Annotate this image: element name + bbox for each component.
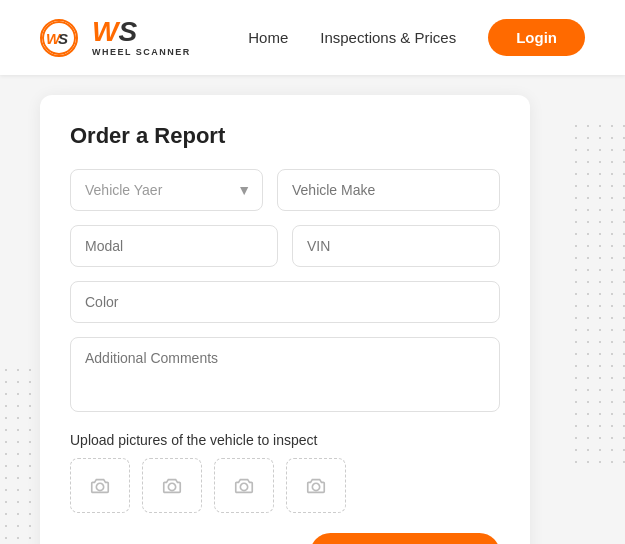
upload-box-2[interactable] bbox=[142, 458, 202, 513]
form-row-1: Vehicle Yaer ▼ bbox=[70, 169, 500, 211]
svg-point-3 bbox=[96, 483, 103, 490]
order-report-card: Order a Report Vehicle Yaer ▼ Upload pic… bbox=[40, 95, 530, 544]
camera-icon-2 bbox=[161, 475, 183, 497]
logo-icon: W S bbox=[42, 21, 76, 55]
upload-box-3[interactable] bbox=[214, 458, 274, 513]
vehicle-year-wrapper: Vehicle Yaer ▼ bbox=[70, 169, 263, 211]
nav-links: Home Inspections & Prices Login bbox=[248, 19, 585, 56]
svg-point-6 bbox=[312, 483, 319, 490]
choose-report-button[interactable]: Choose the Report bbox=[310, 533, 500, 544]
logo-text-wrap: WS WHEEL SCANNER bbox=[92, 18, 191, 57]
svg-text:S: S bbox=[58, 30, 68, 47]
vehicle-make-input[interactable] bbox=[277, 169, 500, 211]
main-content: Order a Report Vehicle Yaer ▼ Upload pic… bbox=[0, 75, 625, 544]
login-button[interactable]: Login bbox=[488, 19, 585, 56]
logo-abbr-s: S bbox=[118, 16, 137, 47]
logo-abbr: WS bbox=[92, 18, 137, 46]
svg-point-4 bbox=[168, 483, 175, 490]
logo: W S WS WHEEL SCANNER bbox=[40, 18, 191, 57]
svg-point-5 bbox=[240, 483, 247, 490]
form-row-2 bbox=[70, 225, 500, 267]
camera-icon-1 bbox=[89, 475, 111, 497]
logo-full-text: WHEEL SCANNER bbox=[92, 48, 191, 57]
color-input[interactable] bbox=[70, 281, 500, 323]
logo-abbr-w: W bbox=[92, 16, 118, 47]
vin-input[interactable] bbox=[292, 225, 500, 267]
camera-icon-4 bbox=[305, 475, 327, 497]
page-title: Order a Report bbox=[70, 123, 500, 149]
navbar: W S WS WHEEL SCANNER Home Inspections & … bbox=[0, 0, 625, 75]
nav-inspections[interactable]: Inspections & Prices bbox=[320, 29, 456, 46]
upload-label: Upload pictures of the vehicle to inspec… bbox=[70, 432, 500, 448]
form-actions: Choose the Report bbox=[70, 533, 500, 544]
logo-circle: W S bbox=[40, 19, 78, 57]
comments-textarea[interactable] bbox=[70, 337, 500, 412]
vehicle-year-select[interactable]: Vehicle Yaer bbox=[70, 169, 263, 211]
nav-home[interactable]: Home bbox=[248, 29, 288, 46]
upload-images-row bbox=[70, 458, 500, 513]
form-row-3 bbox=[70, 281, 500, 323]
upload-box-4[interactable] bbox=[286, 458, 346, 513]
camera-icon-3 bbox=[233, 475, 255, 497]
upload-box-1[interactable] bbox=[70, 458, 130, 513]
modal-input[interactable] bbox=[70, 225, 278, 267]
